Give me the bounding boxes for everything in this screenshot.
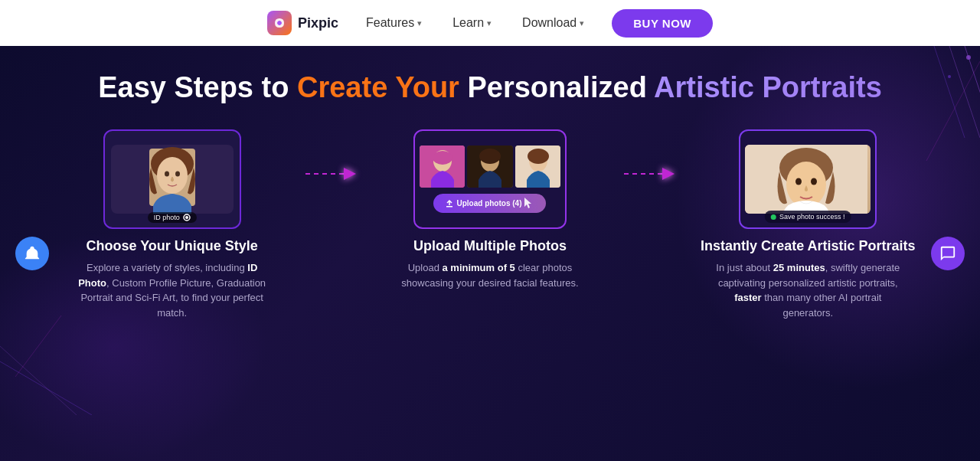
logo-icon — [267, 11, 292, 35]
main-content: Easy Steps to Create Your Personalized A… — [0, 46, 980, 461]
svg-line-1 — [949, 46, 980, 138]
step-3-image — [745, 145, 871, 214]
svg-line-3 — [926, 61, 980, 161]
step-3-card: Save photo success ! — [739, 129, 877, 229]
svg-point-13 — [165, 172, 169, 177]
svg-point-12 — [157, 157, 188, 194]
svg-line-2 — [934, 46, 965, 138]
chevron-down-icon: ▾ — [417, 18, 422, 28]
svg-point-22 — [479, 149, 501, 164]
arrow-head-1 — [344, 168, 356, 180]
svg-point-19 — [433, 151, 452, 165]
save-portrait-image — [745, 145, 867, 214]
notification-bell-button[interactable] — [15, 237, 49, 270]
svg-point-16 — [185, 216, 188, 219]
green-dot-icon — [771, 214, 776, 220]
svg-point-30 — [795, 178, 802, 185]
upload-photos-button[interactable]: Upload photos (4) — [433, 194, 546, 213]
step-1-card: ID photo — [103, 129, 241, 229]
chevron-down-icon: ▾ — [487, 18, 492, 28]
headline-part1: Easy Steps to — [98, 71, 297, 103]
id-photo-label: ID photo — [148, 212, 197, 223]
logo[interactable]: Pixpic — [267, 11, 338, 35]
step-3-title: Instantly Create Artistic Portraits — [701, 238, 915, 254]
upload-thumb-1 — [420, 145, 465, 188]
headline-part3: Personalized — [459, 71, 654, 103]
step-2: Upload photos (4) Upload Multiple Photos… — [364, 129, 616, 290]
upload-grid — [420, 145, 560, 188]
step-2-card: Upload photos (4) — [413, 129, 567, 229]
svg-point-31 — [811, 178, 817, 185]
step-1-desc: Explore a variety of styles, including I… — [65, 260, 279, 320]
svg-point-4 — [966, 55, 971, 60]
nav-features[interactable]: Features ▾ — [363, 10, 425, 36]
svg-line-0 — [965, 46, 980, 138]
arrow-2 — [616, 168, 682, 180]
upload-thumb-2 — [467, 145, 512, 188]
svg-point-14 — [175, 172, 180, 177]
svg-line-6 — [0, 361, 92, 415]
chevron-down-icon: ▾ — [580, 18, 584, 28]
svg-rect-26 — [446, 206, 452, 208]
step-1-image — [111, 145, 234, 214]
step-1-title: Choose Your Unique Style — [86, 238, 257, 254]
headline-create: Create Your — [297, 71, 459, 103]
headline-artistic: Artistic Portraits — [654, 71, 882, 103]
svg-point-5 — [948, 75, 951, 78]
arrow-1 — [298, 168, 364, 180]
steps-container: ID photo Choose Your Unique Style Explor… — [46, 129, 934, 320]
upload-thumb-3 — [515, 145, 560, 188]
chat-button[interactable] — [931, 237, 965, 270]
buy-now-button[interactable]: BUY NOW — [612, 9, 713, 38]
id-photo-image — [126, 145, 218, 214]
save-success-badge: Save photo success ! — [765, 211, 851, 223]
dashed-line-1 — [305, 173, 344, 175]
step-3-desc: In just about 25 minutes, swiftly genera… — [701, 260, 915, 320]
step-3: Save photo success ! Instantly Create Ar… — [682, 129, 934, 320]
nav-learn[interactable]: Learn ▾ — [449, 10, 495, 36]
headline: Easy Steps to Create Your Personalized A… — [46, 69, 934, 106]
svg-line-8 — [15, 316, 61, 377]
step-2-title: Upload Multiple Photos — [413, 238, 567, 254]
navbar: Pixpic Features ▾ Learn ▾ Download ▾ BUY… — [0, 0, 980, 46]
step-1: ID photo Choose Your Unique Style Explor… — [46, 129, 298, 320]
svg-line-7 — [0, 346, 77, 415]
logo-text: Pixpic — [298, 15, 338, 31]
arrow-head-2 — [662, 168, 675, 180]
nav-download[interactable]: Download ▾ — [519, 10, 587, 36]
dashed-line-2 — [624, 173, 662, 175]
step-2-desc: Upload a minimum of 5 clear photos showc… — [383, 260, 597, 290]
svg-point-25 — [528, 149, 549, 164]
